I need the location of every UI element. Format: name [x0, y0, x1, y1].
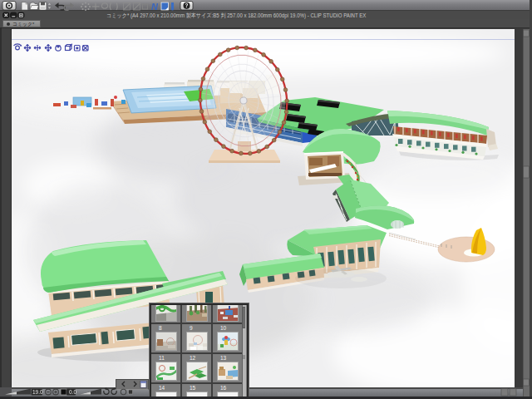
- svg-text:?: ?: [185, 2, 189, 8]
- svg-text:0.0: 0.0: [69, 389, 76, 395]
- svg-text:N: N: [151, 2, 159, 12]
- svg-text:19.0: 19.0: [32, 389, 43, 395]
